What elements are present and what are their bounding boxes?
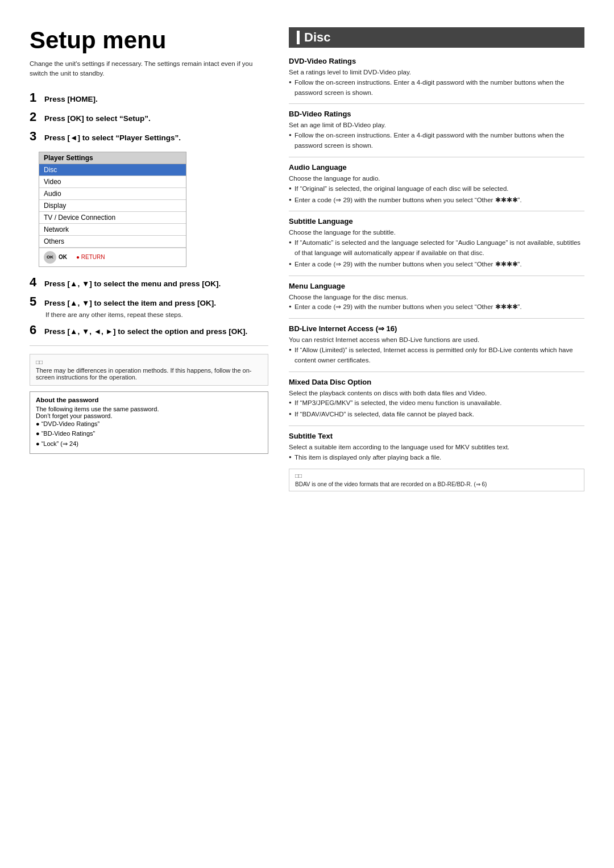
table-header: Player Settings <box>39 152 186 164</box>
pw-item-dvd: “DVD-Video Ratings” <box>36 419 262 429</box>
password-intro: The following items use the same passwor… <box>36 406 262 412</box>
note-text: There may be differences in operation me… <box>36 367 262 381</box>
right-note-text: BDAV is one of the video formats that ar… <box>295 481 578 487</box>
ok-button-icon: OK <box>44 251 56 264</box>
section-mixed-data: Mixed Data Disc Option Select the playba… <box>289 378 584 420</box>
step2-number: 2 <box>30 110 44 124</box>
player-settings-table: Player Settings Disc Video Audio Display… <box>39 152 186 267</box>
section-title-bd-live: BD-Live Internet Access (⇒ 16) <box>289 324 584 333</box>
section-title-audio: Audio Language <box>289 163 584 172</box>
step2-text: Press [OK] to select “Setup”. <box>44 114 151 124</box>
section-body-bd: Set an age limit of BD-Video play. Follo… <box>289 120 584 151</box>
section-body-bd-live: You can restrict Internet access when BD… <box>289 335 584 365</box>
ok-return-area: OK OK ● RETURN <box>39 248 186 266</box>
step5-number: 5 <box>30 294 44 309</box>
section-bd-video-ratings: BD-Video Ratings Set an age limit of BD-… <box>289 110 584 151</box>
table-row-network: Network <box>39 224 186 236</box>
password-box: About the password The following items u… <box>30 391 268 454</box>
pw-item-bd: “BD-Video Ratings” <box>36 429 262 439</box>
section-body-audio: Choose the language for audio. If “Origi… <box>289 174 584 205</box>
step3-text: Press [◄] to select “Player Settings”. <box>44 133 181 144</box>
disc-header-label: Disc <box>304 30 330 45</box>
step6-text: Press [▲, ▼, ◄, ►] to select the option … <box>44 327 247 337</box>
subtitle-text-bullet-0: This item is displayed only after playin… <box>289 453 584 463</box>
step3-number: 3 <box>30 129 44 144</box>
menu-bullet-0: Enter a code (⇒ 29) with the number butt… <box>289 302 584 312</box>
note-icon: □□ <box>36 359 262 365</box>
subtitle-bullet-0: If “Automatic” is selected and the langu… <box>289 238 584 258</box>
table-row-device-connection: TV / Device Connection <box>39 212 186 224</box>
section-body-subtitle-text: Select a suitable item according to the … <box>289 443 584 463</box>
table-row-audio: Audio <box>39 188 186 200</box>
intro-text: Change the unit's settings if necessary.… <box>30 59 268 79</box>
step1-number: 1 <box>30 90 44 105</box>
step4-text: Press [▲, ▼] to select the menu and pres… <box>44 279 221 290</box>
section-subtitle-language: Subtitle Language Choose the language fo… <box>289 217 584 269</box>
section-title-bd: BD-Video Ratings <box>289 110 584 118</box>
dvd-bullet-0: Follow the on-screen instructions. Enter… <box>289 78 584 98</box>
section-menu-language: Menu Language Choose the language for th… <box>289 282 584 313</box>
return-label: ● RETURN <box>76 254 105 260</box>
step4-number: 4 <box>30 275 44 290</box>
section-title-mixed: Mixed Data Disc Option <box>289 378 584 386</box>
audio-bullet-0: If “Original” is selected, the original … <box>289 184 584 194</box>
bd-live-bullet-0: If “Allow (Limited)” is selected, Intern… <box>289 345 584 366</box>
section-body-subtitle: Choose the language for the subtitle. If… <box>289 228 584 269</box>
subtitle-bullet-1: Enter a code (⇒ 29) with the number butt… <box>289 260 584 270</box>
section-body-mixed: Select the playback contents on discs wi… <box>289 389 584 420</box>
right-note-box: □□ BDAV is one of the video formats that… <box>289 469 584 491</box>
section-subtitle-text: Subtitle Text Select a suitable item acc… <box>289 432 584 463</box>
password-title: About the password <box>36 397 262 403</box>
section-title-subtitle-text: Subtitle Text <box>289 432 584 440</box>
disc-header: Disc <box>289 27 584 48</box>
table-row-display: Display <box>39 200 186 212</box>
password-dont-forget: Don’t forget your password. <box>36 412 262 419</box>
pw-item-lock: “Lock” (⇒ 24) <box>36 439 262 449</box>
password-list: “DVD-Video Ratings” “BD-Video Ratings” “… <box>36 419 262 449</box>
section-body-menu: Choose the language for the disc menus. … <box>289 293 584 313</box>
step6-number: 6 <box>30 323 44 337</box>
section-title-dvd: DVD-Video Ratings <box>289 57 584 65</box>
table-row-disc: Disc <box>39 164 186 176</box>
right-note-icon: □□ <box>295 473 578 479</box>
bd-bullet-0: Follow the on-screen instructions. Enter… <box>289 131 584 151</box>
section-title-subtitle: Subtitle Language <box>289 217 584 226</box>
mixed-bullet-1: If “BDAV/AVCHD” is selected, data file c… <box>289 410 584 420</box>
section-title-menu: Menu Language <box>289 282 584 290</box>
if-there-text: If there are any other items, repeat the… <box>45 311 268 318</box>
section-bd-live: BD-Live Internet Access (⇒ 16) You can r… <box>289 324 584 365</box>
mixed-bullet-0: If “MP3/JPEG/MKV” is selected, the video… <box>289 398 584 408</box>
section-body-dvd: Set a ratings level to limit DVD-Video p… <box>289 68 584 98</box>
step5-text: Press [▲, ▼] to select the item and pres… <box>44 298 216 309</box>
page-title: Setup menu <box>30 27 268 53</box>
step1-text: Press [HOME]. <box>44 94 98 105</box>
disc-bar-icon <box>297 31 300 44</box>
note-box: □□ There may be differences in operation… <box>30 354 268 386</box>
audio-bullet-1: Enter a code (⇒ 29) with the number butt… <box>289 195 584 206</box>
section-audio-language: Audio Language Choose the language for a… <box>289 163 584 205</box>
table-row-others: Others <box>39 236 186 248</box>
section-dvd-video-ratings: DVD-Video Ratings Set a ratings level to… <box>289 57 584 98</box>
ok-label: OK <box>59 254 67 260</box>
table-row-video: Video <box>39 176 186 188</box>
